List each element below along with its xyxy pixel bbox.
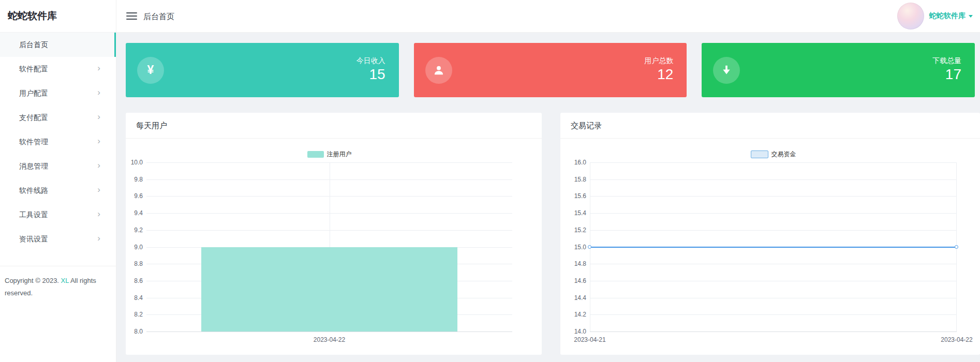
user-icon-glyph xyxy=(432,64,446,77)
y-axis-tick-label: 9.4 xyxy=(134,209,143,217)
legend-label: 注册用户 xyxy=(327,150,352,159)
chevron-right-icon: › xyxy=(97,185,100,195)
y-axis-tick-label: 16.0 xyxy=(574,159,586,166)
active-indicator xyxy=(114,33,116,57)
sidebar-item-dashboard[interactable]: 后台首页 xyxy=(0,33,116,57)
copyright-text: Copyright © 2023. XL All rights reserved… xyxy=(0,266,116,299)
sidebar-item-label: 资讯设置 xyxy=(19,235,48,244)
gridline xyxy=(590,213,957,214)
download-icon-glyph xyxy=(720,64,733,77)
stat-label: 今日收入 xyxy=(357,56,385,66)
yen-icon: ¥ xyxy=(137,57,164,84)
y-axis-tick-label: 15.4 xyxy=(574,209,586,217)
y-axis-tick-label: 15.2 xyxy=(574,227,586,234)
topbar: 后台首页 蛇蛇软件库 xyxy=(116,0,980,33)
chart-card-daily-users: 每天用户 注册用户 10.09.89.69.49.29.08.88.68.48.… xyxy=(126,113,542,355)
sidebar-item-payment-config[interactable]: 支付配置› xyxy=(0,105,116,130)
sidebar-item-software-manage[interactable]: 软件管理› xyxy=(0,130,116,154)
y-axis-tick-label: 15.6 xyxy=(574,192,586,200)
y-axis-tick-label: 9.0 xyxy=(134,244,143,251)
chevron-right-icon: › xyxy=(97,87,100,98)
legend-label: 交易资金 xyxy=(771,150,796,159)
legend-swatch xyxy=(751,150,768,158)
stat-value: 12 xyxy=(657,66,673,83)
copyright-link[interactable]: XL xyxy=(61,277,69,284)
stats-row: ¥ 今日收入 15 用户总数 12 下载总量 17 xyxy=(126,43,975,97)
dropdown-caret-icon xyxy=(969,15,973,18)
chevron-right-icon: › xyxy=(97,63,100,73)
sidebar-item-label: 工具设置 xyxy=(19,210,48,220)
y-axis-tick-label: 9.8 xyxy=(134,176,143,183)
sidebar-item-software-config[interactable]: 软件配置› xyxy=(0,57,116,81)
legend-item[interactable]: 注册用户 xyxy=(146,150,512,159)
stat-value: 17 xyxy=(945,66,961,83)
chevron-right-icon: › xyxy=(97,136,100,146)
stat-card-downloads: 下载总量 17 xyxy=(702,43,975,97)
line-plot: 16.015.815.615.415.215.014.814.614.414.2… xyxy=(590,162,957,332)
y-axis-tick-label: 8.4 xyxy=(134,294,143,301)
y-axis-tick-label: 14.6 xyxy=(574,277,586,284)
download-icon xyxy=(713,57,740,84)
legend-swatch xyxy=(307,151,324,158)
stat-card-income: ¥ 今日收入 15 xyxy=(126,43,399,97)
y-axis-tick-label: 9.2 xyxy=(134,227,143,234)
user-menu[interactable]: 蛇蛇软件库 xyxy=(897,2,973,30)
x-axis-tick-label: 2023-04-22 xyxy=(314,336,345,343)
y-axis-tick-label: 14.2 xyxy=(574,311,586,318)
y-axis-tick-label: 10.0 xyxy=(131,159,143,166)
sidebar-item-news-settings[interactable]: 资讯设置› xyxy=(0,227,116,251)
stat-label: 下载总量 xyxy=(932,56,961,66)
chevron-right-icon: › xyxy=(97,233,100,244)
copyright-prefix: Copyright © 2023. xyxy=(5,277,61,284)
stat-card-users: 用户总数 12 xyxy=(414,43,687,97)
y-axis-tick-label: 9.6 xyxy=(134,192,143,200)
x-axis-tick-label: 2023-04-21 xyxy=(574,336,605,343)
y-axis-tick-label: 8.6 xyxy=(134,277,143,284)
hamburger-icon[interactable] xyxy=(126,12,137,20)
gridline xyxy=(590,281,957,281)
sidebar-item-label: 用户配置 xyxy=(19,89,48,98)
gridline xyxy=(590,179,957,180)
sidebar-item-message-manage[interactable]: 消息管理› xyxy=(0,154,116,178)
stat-label: 用户总数 xyxy=(644,56,673,66)
x-axis-tick-label: 2023-04-22 xyxy=(941,336,972,343)
y-axis-tick-label: 8.0 xyxy=(134,328,143,335)
user-icon xyxy=(425,57,452,84)
sidebar-item-label: 后台首页 xyxy=(19,40,48,50)
sidebar-item-tool-settings[interactable]: 工具设置› xyxy=(0,203,116,227)
y-axis-tick-label: 15.0 xyxy=(574,244,586,251)
breadcrumb: 后台首页 xyxy=(143,12,174,22)
sidebar-item-label: 软件管理 xyxy=(19,138,48,147)
app-title: 蛇蛇软件库 xyxy=(0,0,116,33)
chart-card-transactions: 交易记录 交易资金 16.015.815.615.415.215.014.814… xyxy=(560,113,980,355)
data-point-marker xyxy=(955,245,958,249)
y-axis-tick-label: 8.8 xyxy=(134,260,143,267)
sidebar-item-label: 软件线路 xyxy=(19,186,48,195)
sidebar-item-label: 支付配置 xyxy=(19,113,48,123)
data-point-marker xyxy=(588,245,591,249)
yen-glyph: ¥ xyxy=(147,63,154,77)
gridline xyxy=(590,314,957,315)
sidebar-item-label: 消息管理 xyxy=(19,162,48,171)
gridline xyxy=(590,162,957,163)
chart-title: 每天用户 xyxy=(126,113,542,139)
gridline xyxy=(590,230,957,231)
avatar[interactable] xyxy=(897,3,924,29)
y-axis-tick-label: 8.2 xyxy=(134,311,143,318)
chevron-right-icon: › xyxy=(97,209,100,219)
sidebar-item-user-config[interactable]: 用户配置› xyxy=(0,81,116,105)
y-axis-tick-label: 14.8 xyxy=(574,260,586,267)
sidebar-item-software-line[interactable]: 软件线路› xyxy=(0,178,116,203)
stat-value: 15 xyxy=(369,66,385,83)
bar-plot: 10.09.89.69.49.29.08.88.68.48.28.02023-0… xyxy=(146,162,512,332)
chevron-right-icon: › xyxy=(97,112,100,122)
line-series xyxy=(590,247,957,248)
bar xyxy=(201,247,457,332)
legend-item[interactable]: 交易资金 xyxy=(590,150,957,159)
sidebar: 蛇蛇软件库 后台首页软件配置›用户配置›支付配置›软件管理›消息管理›软件线路›… xyxy=(0,0,116,362)
gridline xyxy=(590,196,957,197)
sidebar-item-label: 软件配置 xyxy=(19,65,48,74)
gridline xyxy=(590,264,957,264)
chart-title: 交易记录 xyxy=(560,113,980,139)
gridline xyxy=(590,298,957,298)
